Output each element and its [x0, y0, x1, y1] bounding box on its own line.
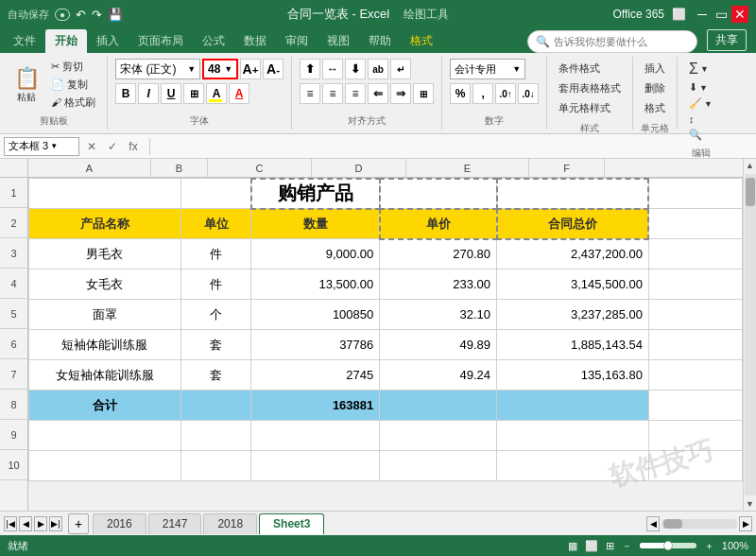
- wrap-text-button[interactable]: ↵: [390, 59, 411, 79]
- sheet-tab-2147[interactable]: 2147: [148, 513, 202, 534]
- scroll-track[interactable]: [745, 174, 756, 495]
- insert-cells-button[interactable]: 插入: [641, 59, 669, 78]
- cell-b7[interactable]: 套: [180, 360, 250, 391]
- insert-function-button[interactable]: fx: [125, 138, 142, 155]
- search-input[interactable]: [554, 36, 689, 47]
- hscroll-thumb[interactable]: [663, 519, 682, 529]
- sheet-tab-2016[interactable]: 2016: [93, 513, 146, 534]
- fill-button[interactable]: ⬇ ▼: [685, 79, 712, 96]
- cell-d8[interactable]: [380, 391, 497, 421]
- cell-c7[interactable]: 2745: [251, 360, 380, 391]
- cell-c6[interactable]: 37786: [251, 330, 380, 360]
- font-color-button[interactable]: A: [229, 83, 249, 104]
- view-layout-icon[interactable]: ⬜: [585, 540, 598, 552]
- cell-d5[interactable]: 32.10: [380, 300, 497, 330]
- hscroll-area[interactable]: ◀ ▶: [646, 516, 752, 531]
- tab-file[interactable]: 文件: [4, 29, 45, 53]
- maximize-button[interactable]: ▭: [713, 6, 730, 23]
- scroll-up-button[interactable]: ▲: [744, 159, 757, 172]
- autosave-toggle[interactable]: ●: [55, 9, 70, 21]
- cancel-formula-button[interactable]: ✕: [83, 138, 100, 155]
- sheet-prev-button[interactable]: ◀: [19, 516, 32, 531]
- cell-f6[interactable]: [648, 330, 742, 360]
- sum-button[interactable]: Σ ▼: [685, 59, 713, 79]
- align-top-button[interactable]: ⬆: [300, 59, 320, 79]
- zoom-slider-thumb[interactable]: [663, 541, 673, 550]
- cell-b10[interactable]: [180, 451, 250, 481]
- delete-cells-button[interactable]: 删除: [641, 78, 669, 98]
- align-center-button[interactable]: ≡: [322, 83, 343, 104]
- cell-e6[interactable]: 1,885,143.54: [497, 330, 649, 360]
- zoom-slider[interactable]: [640, 543, 696, 548]
- cell-f10[interactable]: [648, 451, 742, 481]
- align-middle-button[interactable]: ↔: [322, 59, 343, 79]
- tab-help[interactable]: 帮助: [359, 29, 401, 53]
- cell-d6[interactable]: 49.89: [380, 330, 497, 360]
- cell-d2[interactable]: 单价: [380, 209, 497, 239]
- cell-c9[interactable]: [251, 421, 380, 451]
- cell-c8[interactable]: 163881: [251, 391, 380, 421]
- cell-b6[interactable]: 套: [180, 330, 250, 360]
- cell-f7[interactable]: [648, 360, 742, 391]
- format-cells-button[interactable]: 格式: [641, 98, 669, 118]
- underline-button[interactable]: U: [161, 83, 181, 104]
- percent-button[interactable]: %: [450, 83, 471, 104]
- cell-e5[interactable]: 3,237,285.00: [497, 300, 649, 330]
- cell-e10[interactable]: [497, 451, 649, 481]
- sheet-first-button[interactable]: |◀: [4, 516, 17, 531]
- hscroll-track[interactable]: [662, 519, 737, 529]
- paste-button[interactable]: 📋 粘贴: [8, 64, 45, 106]
- cell-d1[interactable]: [380, 179, 497, 209]
- add-sheet-button[interactable]: +: [68, 513, 89, 534]
- redo-icon[interactable]: ↷: [92, 8, 102, 22]
- cell-e9[interactable]: [497, 421, 649, 451]
- sheet-last-button[interactable]: ▶|: [49, 516, 62, 531]
- decrease-font-button[interactable]: A-: [263, 59, 284, 79]
- cell-f4[interactable]: [648, 269, 742, 300]
- tab-home[interactable]: 开始: [45, 29, 87, 53]
- cell-b5[interactable]: 个: [180, 300, 250, 330]
- cell-e1[interactable]: [497, 179, 649, 209]
- ribbon-search-box[interactable]: 🔍: [527, 30, 697, 53]
- cell-a7[interactable]: 女短袖体能训练服: [29, 360, 181, 391]
- cell-f3[interactable]: [648, 239, 742, 269]
- cell-a5[interactable]: 面罩: [29, 300, 181, 330]
- scroll-down-button[interactable]: ▼: [744, 497, 757, 511]
- sort-button[interactable]: ↕: [685, 112, 712, 127]
- cell-c1[interactable]: 购销产品: [251, 179, 380, 209]
- cell-d9[interactable]: [380, 421, 497, 451]
- cell-d3[interactable]: 270.80: [380, 239, 497, 269]
- increase-font-button[interactable]: A+: [240, 59, 261, 79]
- cell-a8[interactable]: 合计: [29, 391, 181, 421]
- quick-save-icon[interactable]: 💾: [108, 8, 123, 22]
- cell-f1[interactable]: [648, 179, 742, 209]
- share-button[interactable]: 共享: [707, 29, 747, 51]
- cut-button[interactable]: ✂ 剪切: [47, 59, 99, 75]
- scroll-thumb[interactable]: [746, 178, 755, 206]
- tab-format[interactable]: 格式: [401, 29, 442, 53]
- close-button[interactable]: ✕: [731, 6, 748, 23]
- view-page-icon[interactable]: ⊞: [606, 540, 614, 552]
- fill-color-button[interactable]: A: [206, 83, 227, 104]
- cell-e2[interactable]: 合同总价: [497, 209, 649, 239]
- view-normal-icon[interactable]: ▦: [568, 540, 577, 552]
- cell-b4[interactable]: 件: [180, 269, 250, 300]
- sheet-tab-2018[interactable]: 2018: [203, 513, 257, 534]
- clear-button[interactable]: 🧹 ▼: [685, 96, 716, 112]
- undo-icon[interactable]: ↶: [76, 8, 86, 22]
- cell-c4[interactable]: 13,500.00: [251, 269, 380, 300]
- cell-b1[interactable]: [180, 179, 250, 209]
- decrease-indent-button[interactable]: ⇐: [368, 83, 388, 104]
- confirm-formula-button[interactable]: ✓: [104, 138, 121, 155]
- formula-input[interactable]: [158, 140, 752, 153]
- orientation-button[interactable]: ab: [368, 59, 388, 79]
- border-button[interactable]: ⊞: [183, 83, 204, 104]
- align-left-button[interactable]: ≡: [300, 83, 320, 104]
- italic-button[interactable]: I: [138, 83, 159, 104]
- zoom-increase-button[interactable]: ＋: [704, 539, 714, 553]
- cell-d7[interactable]: 49.24: [380, 360, 497, 391]
- comma-button[interactable]: ,: [472, 83, 493, 104]
- format-painter-button[interactable]: 🖌 格式刷: [47, 95, 99, 111]
- cell-f2[interactable]: [648, 209, 742, 239]
- merge-button[interactable]: ⊞: [413, 83, 434, 104]
